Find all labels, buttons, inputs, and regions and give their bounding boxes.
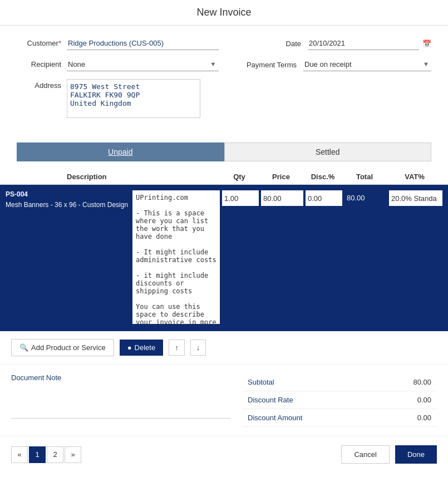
tabs-row: Unpaid Settled	[17, 142, 431, 161]
invoice-table: Description Qty Price Disc.% Total VAT% …	[0, 169, 448, 331]
page-2-button[interactable]: 2	[47, 446, 63, 463]
document-note-input[interactable]	[11, 385, 231, 419]
col-total: Total	[342, 173, 387, 181]
add-product-button[interactable]: 🔍 Add Product or Service	[11, 339, 114, 356]
date-wrapper: 📅	[308, 37, 431, 50]
payment-terms-row: Payment Terms Due on receipt ▼	[230, 58, 432, 71]
qty-input[interactable]	[222, 190, 259, 206]
totals-area: Subtotal 80.00 Discount Rate 0.00 Discou…	[242, 373, 437, 427]
recipient-label: Recipient	[17, 58, 61, 68]
bottom-section: Document Note Subtotal 80.00 Discount Ra…	[0, 365, 448, 436]
delete-icon: ●	[127, 343, 132, 352]
page-container: New Invoice Customer* Recipient None	[0, 0, 448, 477]
pagination: « 1 2 »	[11, 446, 81, 463]
subtotal-label: Subtotal	[248, 378, 274, 386]
table-row: PS-004 Mesh Banners - 36 x 96 - Custom D…	[0, 185, 448, 331]
add-product-label: Add Product or Service	[31, 343, 106, 352]
calendar-icon[interactable]: 📅	[422, 40, 431, 48]
done-button[interactable]: Done	[395, 445, 437, 464]
price-input[interactable]	[261, 190, 303, 206]
row-disc	[303, 190, 342, 206]
prev-page-button[interactable]: «	[11, 446, 28, 463]
customer-input[interactable]	[67, 37, 219, 50]
left-column: Customer* Recipient None ▼ Add	[17, 37, 219, 126]
date-label: Date	[286, 40, 301, 48]
actions-row: 🔍 Add Product or Service ● Delete ↑ ↓	[0, 331, 448, 365]
customer-row: Customer*	[17, 37, 219, 50]
disc-input[interactable]	[306, 190, 342, 206]
date-row: Date 📅	[230, 37, 432, 50]
address-textarea[interactable]: 8975 West Street FALKIRK FK90 9QP United…	[67, 79, 200, 118]
row-product-name: Mesh Banners - 36 x 96 - Custom Design	[6, 200, 128, 210]
discount-rate-label: Discount Rate	[248, 396, 293, 404]
move-up-button[interactable]: ↑	[169, 340, 185, 356]
address-label: Address	[17, 79, 61, 90]
discount-amount-value: 0.00	[417, 414, 431, 422]
pagination-footer: « 1 2 » Cancel Done	[0, 436, 448, 473]
next-page-button[interactable]: »	[65, 446, 81, 463]
discount-rate-value: 0.00	[417, 396, 431, 404]
address-row: Address 8975 West Street FALKIRK FK90 9Q…	[17, 79, 219, 118]
discount-rate-row: Discount Rate 0.00	[242, 391, 437, 409]
arrow-up-icon: ↑	[175, 343, 179, 352]
col-disc: Disc.%	[303, 173, 342, 181]
row-total: 80.00	[342, 190, 387, 202]
page-1-button[interactable]: 1	[29, 446, 46, 463]
row-price	[259, 190, 303, 206]
row-vat	[387, 190, 442, 206]
table-header: Description Qty Price Disc.% Total VAT%	[0, 169, 448, 185]
document-note-label: Document Note	[11, 373, 231, 382]
right-column: Date 📅 Payment Terms Due on receipt ▼	[230, 37, 432, 126]
col-qty: Qty	[220, 173, 259, 181]
delete-button[interactable]: ● Delete	[120, 340, 163, 356]
delete-label: Delete	[135, 343, 156, 352]
footer-actions: Cancel Done	[341, 445, 437, 464]
arrow-down-icon: ↓	[196, 343, 200, 352]
col-description: Description	[11, 173, 220, 181]
payment-terms-wrapper: Due on receipt ▼	[303, 58, 431, 71]
payment-terms-label: Payment Terms	[247, 61, 297, 69]
search-icon: 🔍	[19, 343, 28, 352]
discount-amount-label: Discount Amount	[248, 414, 302, 422]
vat-input[interactable]	[389, 190, 442, 206]
move-down-button[interactable]: ↓	[190, 340, 206, 356]
col-vat: VAT%	[387, 173, 442, 181]
description-textarea[interactable]: UPrinting.com - This is a space where yo…	[132, 190, 220, 324]
recipient-select[interactable]: None	[67, 58, 219, 71]
recipient-row: Recipient None ▼	[17, 58, 219, 71]
customer-label: Customer*	[17, 37, 61, 47]
row-description: UPrinting.com - This is a space where yo…	[132, 190, 220, 326]
page-title: New Invoice	[0, 0, 448, 26]
document-note-area: Document Note	[11, 373, 231, 427]
form-columns: Customer* Recipient None ▼ Add	[17, 37, 431, 126]
col-price: Price	[259, 173, 303, 181]
cancel-button[interactable]: Cancel	[341, 445, 389, 464]
tab-unpaid[interactable]: Unpaid	[17, 142, 224, 161]
subtotal-row: Subtotal 80.00	[242, 373, 437, 391]
row-id-name: PS-004 Mesh Banners - 36 x 96 - Custom D…	[6, 190, 132, 210]
tab-settled[interactable]: Settled	[224, 142, 432, 161]
row-product-id: PS-004	[6, 190, 128, 198]
form-area: Customer* Recipient None ▼ Add	[0, 26, 448, 137]
discount-amount-row: Discount Amount 0.00	[242, 409, 437, 427]
subtotal-value: 80.00	[413, 378, 431, 386]
date-input[interactable]	[308, 37, 419, 50]
row-qty	[220, 190, 259, 206]
payment-terms-select[interactable]: Due on receipt	[303, 58, 431, 71]
recipient-select-wrapper: None ▼	[67, 58, 219, 71]
